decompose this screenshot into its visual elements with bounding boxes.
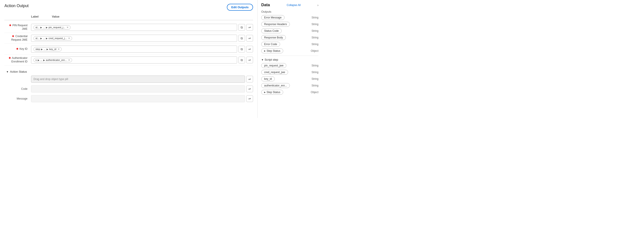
script-item-step-status: ▶ Step Status Object: [261, 90, 318, 95]
copy-button-key[interactable]: ⧉: [238, 46, 245, 52]
output-pill-error-message[interactable]: Error Message: [261, 15, 284, 20]
map-button-message[interactable]: ⇌: [246, 95, 253, 102]
right-panel: Data Collapse All › Outputs Error Messag…: [258, 0, 322, 118]
map-button-auth[interactable]: ⇌: [246, 57, 253, 63]
output-pill-script-step-status[interactable]: ▶ Step Status: [261, 90, 283, 95]
field-row-credential-request-jwe: ✱ Credential Request JWE st... ▶ ... ▶ c…: [4, 33, 253, 44]
output-pill-script-auth[interactable]: authenticator_enr...: [261, 83, 290, 88]
right-panel-expand-icon[interactable]: ›: [317, 3, 318, 7]
script-item-cred-request-jwe: cred_request_jwe String: [261, 70, 318, 75]
action-status-drag-row: Drag and drop object type pill ⇌: [4, 75, 253, 84]
pill-tag-key: step ▶ ... ▶ key_id ✕: [34, 47, 62, 51]
output-item-response-body: Response Body String: [261, 35, 318, 40]
script-item-pin-request-jwe: pin_request_jwe String: [261, 63, 318, 68]
action-status-title: Action Status: [10, 70, 27, 73]
copy-button-auth[interactable]: ⧉: [238, 57, 245, 63]
script-item-key-id: key_id String: [261, 76, 318, 81]
col-label: Label: [31, 15, 38, 18]
map-button-key[interactable]: ⇌: [246, 46, 253, 52]
action-status-section: ▼ Action Status Drag and drop object typ…: [4, 68, 253, 103]
outputs-list: Error Message String Response Headers St…: [261, 15, 318, 53]
map-button-action-status[interactable]: ⇌: [246, 76, 253, 82]
script-section: ▼ Script step pin_request_jwe String cre…: [261, 58, 318, 95]
output-pill-response-headers[interactable]: Response Headers: [261, 22, 290, 27]
remove-pill-pin[interactable]: ✕: [66, 26, 68, 29]
drag-drop-placeholder: Drag and drop object type pill: [34, 78, 68, 81]
right-panel-title: Data: [261, 3, 270, 7]
message-row: Message ⇌: [4, 94, 253, 103]
output-item-error-message: Error Message String: [261, 15, 318, 20]
output-pill-response-body[interactable]: Response Body: [261, 35, 286, 40]
map-button-code[interactable]: ⇌: [246, 85, 253, 92]
form-rows: ✱ PIN Request JWE st... ▶ ... ▶ pin_requ…: [4, 22, 253, 66]
collapse-action-status-icon[interactable]: ▼: [6, 70, 9, 73]
message-label: Message: [8, 97, 31, 100]
output-pill-status-code[interactable]: Status Code: [261, 29, 282, 33]
collapse-all-button[interactable]: Collapse All: [287, 4, 301, 7]
pill-tag-pin: st... ▶ ... ▶ pin_request_j... ✕: [34, 25, 70, 30]
edit-outputs-button[interactable]: Edit Outputs: [227, 4, 253, 11]
message-input[interactable]: [31, 95, 245, 102]
field-label-key-id: ✱ Key ID: [4, 47, 31, 51]
code-label: Code: [8, 87, 31, 90]
output-item-step-status: ▶ Step Status Object: [261, 48, 318, 53]
copy-button-cred[interactable]: ⧉: [238, 35, 245, 42]
script-section-title: Script step: [264, 58, 278, 61]
field-area-pin-request-jwe: st... ▶ ... ▶ pin_request_j... ✕ ⧉ ⇌: [31, 24, 253, 31]
left-panel: Action Output Edit Outputs Label Value ✱…: [0, 0, 258, 118]
remove-pill-auth[interactable]: ✕: [68, 59, 70, 62]
step-status-expand-icon: ▶: [264, 50, 266, 52]
right-header: Data Collapse All ›: [261, 3, 318, 7]
script-section-header: ▼ Script step: [261, 58, 318, 61]
pill-input-authenticator[interactable]: s ▶ ... ▶ authenticator_enr... ✕: [31, 56, 237, 64]
remove-pill-cred[interactable]: ✕: [68, 37, 70, 40]
map-button-pin[interactable]: ⇌: [246, 24, 253, 31]
field-row-pin-request-jwe: ✱ PIN Request JWE st... ▶ ... ▶ pin_requ…: [4, 22, 253, 33]
field-area-key-id: step ▶ ... ▶ key_id ✕ ⧉ ⇌: [31, 46, 253, 53]
field-row-authenticator: ✱ Authenticator Enrollment ID s ▶ ... ▶ …: [4, 55, 253, 66]
script-step-status-expand-icon: ▶: [264, 91, 266, 93]
panel-title: Action Output: [4, 4, 28, 8]
output-pill-script-cred[interactable]: cred_request_jwe: [261, 70, 288, 75]
field-label-pin-request-jwe: ✱ PIN Request JWE: [4, 24, 31, 31]
output-pill-step-status[interactable]: ▶ Step Status: [261, 48, 283, 53]
map-button-cred[interactable]: ⇌: [246, 35, 253, 42]
drag-drop-input[interactable]: Drag and drop object type pill: [31, 76, 245, 83]
script-item-authenticator-enr: authenticator_enr... String: [261, 83, 318, 88]
output-item-error-code: Error Code String: [261, 42, 318, 47]
output-pill-script-key[interactable]: key_id: [261, 76, 275, 81]
field-area-authenticator: s ▶ ... ▶ authenticator_enr... ✕ ⧉ ⇌: [31, 56, 253, 64]
pill-input-credential[interactable]: st... ▶ ... ▶ cred_request_j... ✕: [31, 35, 237, 42]
right-divider: [261, 56, 318, 56]
table-header: Label Value: [4, 15, 253, 20]
pill-input-key-id[interactable]: step ▶ ... ▶ key_id ✕: [31, 46, 237, 53]
field-label-credential-request-jwe: ✱ Credential Request JWE: [4, 35, 31, 42]
output-pill-error-code[interactable]: Error Code: [261, 42, 280, 47]
col-value: Value: [52, 15, 60, 18]
field-label-authenticator: ✱ Authenticator Enrollment ID: [4, 56, 31, 63]
copy-button-pin[interactable]: ⧉: [238, 24, 245, 31]
pill-tag-auth: s ▶ ... ▶ authenticator_enr... ✕: [34, 58, 72, 62]
code-input[interactable]: [31, 85, 245, 92]
script-section-collapse-icon[interactable]: ▼: [261, 58, 264, 61]
remove-pill-key[interactable]: ✕: [58, 48, 60, 51]
output-item-response-headers: Response Headers String: [261, 22, 318, 27]
outputs-section-title: Outputs: [261, 10, 318, 13]
output-item-status-code: Status Code String: [261, 29, 318, 33]
field-row-key-id: ✱ Key ID step ▶ ... ▶ key_id ✕ ⧉ ⇌: [4, 44, 253, 55]
action-status-section-header: ▼ Action Status: [4, 68, 253, 75]
pill-tag-cred: st... ▶ ... ▶ cred_request_j... ✕: [34, 36, 72, 40]
code-row: Code ⇌: [4, 84, 253, 93]
field-area-credential-request-jwe: st... ▶ ... ▶ cred_request_j... ✕ ⧉ ⇌: [31, 35, 253, 42]
output-pill-script-pin[interactable]: pin_request_jwe: [261, 63, 286, 68]
pill-input-pin-request-jwe[interactable]: st... ▶ ... ▶ pin_request_j... ✕: [31, 24, 237, 31]
